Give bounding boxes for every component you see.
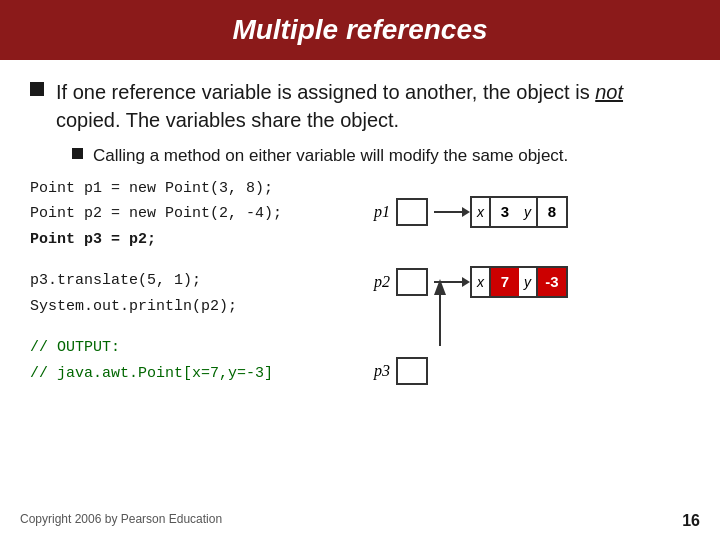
- p1-label: p1: [360, 203, 390, 221]
- diagram-area: Point p1 = new Point(3, 8); Point p2 = n…: [0, 176, 720, 436]
- code-block: Point p1 = new Point(3, 8); Point p2 = n…: [30, 176, 350, 436]
- content-area: If one reference variable is assigned to…: [0, 60, 720, 168]
- code-line-6: // OUTPUT:: [30, 335, 350, 361]
- visual-area: p1 x 3 y 8 p2: [360, 176, 690, 436]
- code-line-1: Point p1 = new Point(3, 8);: [30, 176, 350, 202]
- main-bullet: If one reference variable is assigned to…: [30, 78, 690, 134]
- main-text-after: copied. The variables share the object.: [56, 109, 399, 131]
- main-bullet-text: If one reference variable is assigned to…: [56, 78, 690, 134]
- code-line-5: System.out.println(p2);: [30, 294, 350, 320]
- p2-label: p2: [360, 273, 390, 291]
- p1-object: x 3 y 8: [470, 196, 568, 228]
- p3-ref-box: [396, 357, 428, 385]
- p2-x-label: x: [472, 272, 489, 292]
- code-line-3: Point p3 = p2;: [30, 227, 350, 253]
- footer: Copyright 2006 by Pearson Education 16: [0, 512, 720, 530]
- code-line-7: // java.awt.Point[x=7,y=-3]: [30, 361, 350, 387]
- sub-bullet-icon: [72, 148, 83, 159]
- sub-bullet-text: Calling a method on either variable will…: [93, 144, 568, 168]
- p3-label: p3: [360, 362, 390, 380]
- p2-y-label: y: [519, 272, 536, 292]
- p3-arrow-svg: [432, 341, 512, 391]
- p1-row: p1 x 3 y 8: [360, 196, 690, 228]
- p1-x-value: 3: [489, 198, 519, 226]
- p2-row: p2 x 7 y -3: [360, 266, 690, 298]
- code-line-2: Point p2 = new Point(2, -4);: [30, 201, 350, 227]
- main-text-before: If one reference variable is assigned to…: [56, 81, 595, 103]
- sub-bullet: Calling a method on either variable will…: [72, 144, 690, 168]
- p1-ref-box: [396, 198, 428, 226]
- bullet-icon: [30, 82, 44, 96]
- p2-arrow: [434, 281, 464, 283]
- copyright: Copyright 2006 by Pearson Education: [20, 512, 222, 530]
- p2-ref-box: [396, 268, 428, 296]
- p2-y-value: -3: [536, 268, 566, 296]
- slide-title: Multiple references: [232, 14, 487, 45]
- code-line-4: p3.translate(5, 1);: [30, 268, 350, 294]
- p1-y-value: 8: [536, 198, 566, 226]
- p1-arrow: [434, 211, 464, 213]
- p2-object: x 7 y -3: [470, 266, 568, 298]
- title-bar: Multiple references: [0, 0, 720, 60]
- page-number: 16: [682, 512, 700, 530]
- p2-x-value: 7: [489, 268, 519, 296]
- p1-x-label: x: [472, 202, 489, 222]
- p3-row: p3: [360, 351, 690, 391]
- slide: Multiple references If one reference var…: [0, 0, 720, 540]
- main-text-italic: not: [595, 81, 623, 103]
- p1-y-label: y: [519, 202, 536, 222]
